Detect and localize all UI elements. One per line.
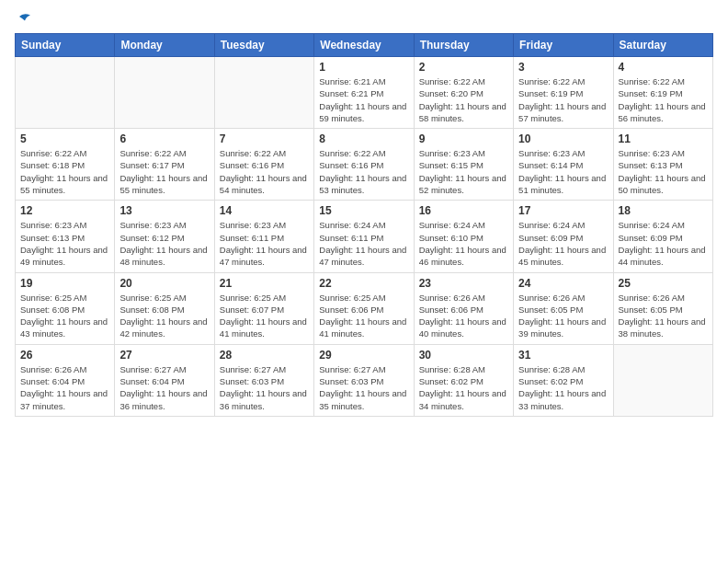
col-header-thursday: Thursday: [414, 34, 513, 57]
day-info: Sunrise: 6:25 AM Sunset: 6:08 PM Dayligh…: [119, 292, 209, 340]
col-header-sunday: Sunday: [16, 34, 115, 57]
day-number: 5: [20, 132, 109, 145]
day-number: 2: [419, 61, 508, 74]
calendar-cell: 9Sunrise: 6:23 AM Sunset: 6:15 PM Daylig…: [414, 129, 513, 201]
calendar-cell: 5Sunrise: 6:22 AM Sunset: 6:18 PM Daylig…: [16, 129, 115, 201]
day-info: Sunrise: 6:21 AM Sunset: 6:21 PM Dayligh…: [319, 75, 408, 124]
calendar-cell: 16Sunrise: 6:24 AM Sunset: 6:10 PM Dayli…: [414, 201, 513, 272]
day-number: 9: [419, 132, 508, 145]
day-number: 15: [319, 204, 408, 217]
calendar-cell: 20Sunrise: 6:25 AM Sunset: 6:08 PM Dayli…: [115, 272, 214, 344]
day-info: Sunrise: 6:22 AM Sunset: 6:16 PM Dayligh…: [319, 147, 408, 196]
day-number: 22: [319, 277, 408, 290]
day-info: Sunrise: 6:23 AM Sunset: 6:15 PM Dayligh…: [419, 147, 508, 196]
calendar-cell: 11Sunrise: 6:23 AM Sunset: 6:13 PM Dayli…: [613, 129, 712, 201]
day-number: 20: [119, 277, 209, 290]
calendar-week-row: 26Sunrise: 6:26 AM Sunset: 6:04 PM Dayli…: [16, 344, 713, 416]
day-number: 14: [220, 204, 309, 217]
day-number: 25: [619, 277, 708, 290]
day-number: 24: [518, 277, 608, 290]
calendar-cell: [115, 57, 214, 129]
logo: [15, 15, 33, 24]
calendar-cell: 22Sunrise: 6:25 AM Sunset: 6:06 PM Dayli…: [314, 272, 414, 344]
calendar-cell: 17Sunrise: 6:24 AM Sunset: 6:09 PM Dayli…: [514, 201, 613, 272]
calendar-week-row: 1Sunrise: 6:21 AM Sunset: 6:21 PM Daylig…: [16, 57, 713, 129]
calendar-cell: 13Sunrise: 6:23 AM Sunset: 6:12 PM Dayli…: [115, 201, 214, 272]
calendar-cell: 25Sunrise: 6:26 AM Sunset: 6:05 PM Dayli…: [613, 272, 712, 344]
day-info: Sunrise: 6:23 AM Sunset: 6:13 PM Dayligh…: [619, 147, 708, 196]
day-info: Sunrise: 6:23 AM Sunset: 6:12 PM Dayligh…: [119, 219, 209, 268]
calendar-week-row: 5Sunrise: 6:22 AM Sunset: 6:18 PM Daylig…: [16, 129, 713, 201]
calendar-cell: 28Sunrise: 6:27 AM Sunset: 6:03 PM Dayli…: [214, 344, 313, 416]
calendar-cell: 14Sunrise: 6:23 AM Sunset: 6:11 PM Dayli…: [214, 201, 313, 272]
day-info: Sunrise: 6:27 AM Sunset: 6:03 PM Dayligh…: [220, 363, 309, 412]
day-number: 30: [419, 349, 508, 362]
day-number: 13: [119, 204, 209, 217]
calendar-cell: [16, 57, 115, 129]
day-info: Sunrise: 6:22 AM Sunset: 6:20 PM Dayligh…: [419, 75, 508, 124]
calendar-header-row: SundayMondayTuesdayWednesdayThursdayFrid…: [16, 34, 713, 57]
calendar-cell: 2Sunrise: 6:22 AM Sunset: 6:20 PM Daylig…: [414, 57, 513, 129]
day-info: Sunrise: 6:27 AM Sunset: 6:04 PM Dayligh…: [119, 363, 209, 412]
calendar-week-row: 12Sunrise: 6:23 AM Sunset: 6:13 PM Dayli…: [16, 201, 713, 272]
col-header-saturday: Saturday: [613, 34, 712, 57]
day-info: Sunrise: 6:23 AM Sunset: 6:11 PM Dayligh…: [220, 219, 309, 268]
day-info: Sunrise: 6:26 AM Sunset: 6:06 PM Dayligh…: [419, 292, 508, 340]
day-number: 11: [619, 132, 708, 145]
calendar-cell: 7Sunrise: 6:22 AM Sunset: 6:16 PM Daylig…: [214, 129, 313, 201]
day-number: 17: [518, 204, 608, 217]
day-number: 12: [20, 204, 109, 217]
day-info: Sunrise: 6:24 AM Sunset: 6:10 PM Dayligh…: [419, 219, 508, 268]
col-header-monday: Monday: [115, 34, 214, 57]
day-number: 19: [20, 277, 109, 290]
calendar-cell: 12Sunrise: 6:23 AM Sunset: 6:13 PM Dayli…: [16, 201, 115, 272]
day-info: Sunrise: 6:24 AM Sunset: 6:09 PM Dayligh…: [518, 219, 608, 268]
calendar-cell: 26Sunrise: 6:26 AM Sunset: 6:04 PM Dayli…: [16, 344, 115, 416]
day-info: Sunrise: 6:28 AM Sunset: 6:02 PM Dayligh…: [518, 363, 608, 412]
day-info: Sunrise: 6:22 AM Sunset: 6:19 PM Dayligh…: [518, 75, 608, 124]
day-number: 6: [119, 132, 209, 145]
calendar-cell: 23Sunrise: 6:26 AM Sunset: 6:06 PM Dayli…: [414, 272, 513, 344]
day-number: 27: [119, 349, 209, 362]
day-number: 3: [518, 61, 608, 74]
logo-bird-icon: [17, 11, 33, 28]
day-number: 4: [619, 61, 708, 74]
calendar-cell: 10Sunrise: 6:23 AM Sunset: 6:14 PM Dayli…: [514, 129, 613, 201]
day-info: Sunrise: 6:22 AM Sunset: 6:16 PM Dayligh…: [220, 147, 309, 196]
day-info: Sunrise: 6:25 AM Sunset: 6:08 PM Dayligh…: [20, 292, 109, 340]
day-number: 18: [619, 204, 708, 217]
day-number: 10: [518, 132, 608, 145]
calendar-cell: 24Sunrise: 6:26 AM Sunset: 6:05 PM Dayli…: [514, 272, 613, 344]
day-info: Sunrise: 6:25 AM Sunset: 6:06 PM Dayligh…: [319, 292, 408, 340]
day-number: 16: [419, 204, 508, 217]
day-info: Sunrise: 6:23 AM Sunset: 6:14 PM Dayligh…: [518, 147, 608, 196]
day-info: Sunrise: 6:22 AM Sunset: 6:17 PM Dayligh…: [119, 147, 209, 196]
day-info: Sunrise: 6:24 AM Sunset: 6:09 PM Dayligh…: [619, 219, 708, 268]
calendar-cell: 19Sunrise: 6:25 AM Sunset: 6:08 PM Dayli…: [16, 272, 115, 344]
calendar-cell: 21Sunrise: 6:25 AM Sunset: 6:07 PM Dayli…: [214, 272, 313, 344]
calendar-cell: 3Sunrise: 6:22 AM Sunset: 6:19 PM Daylig…: [514, 57, 613, 129]
day-number: 31: [518, 349, 608, 362]
calendar-table: SundayMondayTuesdayWednesdayThursdayFrid…: [15, 33, 713, 417]
calendar-week-row: 19Sunrise: 6:25 AM Sunset: 6:08 PM Dayli…: [16, 272, 713, 344]
day-info: Sunrise: 6:25 AM Sunset: 6:07 PM Dayligh…: [220, 292, 309, 340]
day-number: 1: [319, 61, 408, 74]
day-number: 26: [20, 349, 109, 362]
calendar-cell: 15Sunrise: 6:24 AM Sunset: 6:11 PM Dayli…: [314, 201, 414, 272]
calendar-cell: 1Sunrise: 6:21 AM Sunset: 6:21 PM Daylig…: [314, 57, 414, 129]
col-header-wednesday: Wednesday: [314, 34, 414, 57]
day-info: Sunrise: 6:24 AM Sunset: 6:11 PM Dayligh…: [319, 219, 408, 268]
col-header-tuesday: Tuesday: [214, 34, 313, 57]
page-header: [15, 15, 713, 24]
day-number: 28: [220, 349, 309, 362]
calendar-cell: 29Sunrise: 6:27 AM Sunset: 6:03 PM Dayli…: [314, 344, 414, 416]
day-info: Sunrise: 6:23 AM Sunset: 6:13 PM Dayligh…: [20, 219, 109, 268]
day-info: Sunrise: 6:27 AM Sunset: 6:03 PM Dayligh…: [319, 363, 408, 412]
day-info: Sunrise: 6:28 AM Sunset: 6:02 PM Dayligh…: [419, 363, 508, 412]
col-header-friday: Friday: [514, 34, 613, 57]
day-number: 21: [220, 277, 309, 290]
day-info: Sunrise: 6:26 AM Sunset: 6:05 PM Dayligh…: [619, 292, 708, 340]
day-number: 29: [319, 349, 408, 362]
calendar-cell: [613, 344, 712, 416]
day-info: Sunrise: 6:22 AM Sunset: 6:18 PM Dayligh…: [20, 147, 109, 196]
